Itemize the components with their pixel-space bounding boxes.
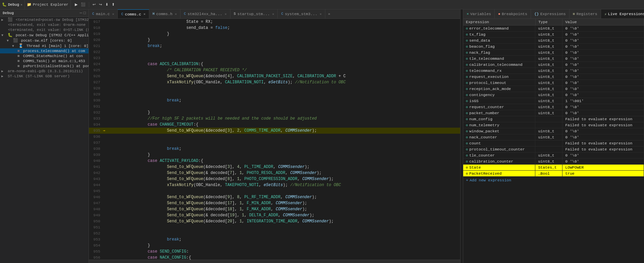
var-value-cell: 0 '\0' — [562, 159, 644, 165]
var-icon: ⊙ — [466, 63, 468, 67]
expand-icon: ▼ — [1, 34, 5, 37]
s-file-icon: S — [234, 12, 236, 16]
tree-label-10: ST-LINK (ST-LINK GDB server) — [8, 74, 70, 78]
tab-comms-h[interactable]: H comms.h ✕ — [149, 9, 180, 18]
tab-live-expressions[interactable]: ⚡ Live Expressions — [601, 9, 644, 18]
toolbar-stepreturn-btn[interactable]: ⬆ — [110, 2, 116, 7]
tree-item-comms-statemachine[interactable]: ≡ COMMS_StateMachine() at con — [0, 53, 89, 58]
stack-icon-4: ≡ — [17, 64, 20, 68]
code-line-922: 922 — [89, 49, 460, 55]
code-line-921: 921 break; — [89, 43, 460, 49]
code-line-939: 939 } — [89, 152, 460, 158]
table-row: ⊙PacketReceived_Booltrue — [463, 171, 644, 177]
right-tab-bar: × Variables ● Breakpoints {} Expressions… — [463, 9, 644, 19]
tab-registers[interactable]: ≡ Registers — [570, 9, 601, 18]
tab-close-main-c[interactable]: ✕ — [112, 12, 114, 16]
debug-tab-label[interactable]: Debug — [8, 3, 19, 7]
var-type-cell: uint8_t — [535, 26, 562, 32]
tree-item-process-telecommand[interactable]: ≡ process_telecommand() at com — [0, 48, 89, 53]
tab-variables[interactable]: × Variables — [463, 9, 495, 18]
var-icon: ⊙ — [466, 51, 468, 55]
var-name-cell: ⊙request_execution — [463, 74, 535, 80]
horizontal-scrollbar[interactable] — [89, 260, 460, 263]
tree-item-px-port[interactable]: ≡ pxPortInitialiseStack() at port.c: — [0, 63, 89, 69]
toolbar-resume-btn[interactable]: ▶ — [73, 2, 79, 7]
tree-item-thread[interactable]: ▼ 🧵 Thread #1 [main] 1 [core: 0] (Susp — [0, 43, 89, 48]
var-name: count — [469, 141, 481, 145]
tab-comms-c[interactable]: C comms.c ✕ — [118, 9, 149, 18]
var-name: calibration_counter — [469, 159, 513, 164]
var-name: tle_counter — [469, 153, 495, 158]
col-type: Type — [535, 19, 562, 26]
table-row: ⊙error_telecommanduint8_t0 '\0' — [463, 26, 644, 32]
tab-startup[interactable]: S startup_stm... ✕ — [230, 9, 278, 18]
tab-close-stm32[interactable]: ✕ — [225, 12, 227, 16]
var-type-cell: uint8_t — [535, 159, 562, 165]
tree-label: <terminated, exit value: 0>ST-LINK (S — [8, 28, 89, 32]
tab-close-system[interactable]: ✕ — [320, 12, 322, 16]
project-explorer-tab-section[interactable]: 📁 Project Explorer — [25, 0, 71, 9]
tree-label-7: COMMS_Task() at main.c:1,453 — [23, 59, 85, 63]
var-type-cell — [535, 122, 562, 128]
tab-main-c[interactable]: C main.c ✕ — [89, 9, 118, 18]
table-row: ⊙beacon_flaguint8_t0 '\0' — [463, 44, 644, 50]
var-name-cell: ⊙State — [463, 165, 535, 170]
table-row: ⊙telecommand_rxuint8_t0 '\0' — [463, 68, 644, 74]
add-expression-row[interactable]: + Add new expression — [463, 177, 644, 184]
tab-label-variables: Variables — [470, 12, 491, 16]
bug-icon: 🐛 — [2, 2, 7, 7]
tab-breakpoints[interactable]: ● Breakpoints — [495, 9, 531, 18]
minimize-icon[interactable]: — — [80, 11, 82, 15]
debug-tab-section[interactable]: 🐛 Debug ✕ — [0, 0, 25, 9]
project-explorer-label[interactable]: Project Explorer — [33, 3, 68, 7]
tab-close-comms-c[interactable]: ✕ — [144, 12, 146, 16]
tree-item-pocat-debug[interactable]: ▼ 🐛 pocat-sw Debug [STM32 C/C++ Applica — [0, 32, 89, 38]
var-name-cell: ⊙calibration_counter — [463, 159, 535, 164]
var-type-cell: uint8_t — [535, 80, 562, 86]
tab-close-startup[interactable]: ✕ — [272, 12, 274, 16]
tab-stm32l4xx[interactable]: C stm32l4xx_ha... ✕ — [180, 9, 230, 18]
code-editor[interactable]: 917 State = RX; 918 send_data = false; 9… — [89, 19, 460, 260]
var-name: protocol_timeout — [469, 81, 506, 85]
tree-item-arm-gdb[interactable]: ▶ arm-none-eabi-gdb (8.3.1.20191211) — [0, 69, 89, 74]
minimap — [460, 9, 463, 263]
tree-item-terminated-1[interactable]: ▶ ⬛ <terminated>pocat-sw Debug [STM32 C — [0, 17, 89, 22]
toolbar-stepover-btn[interactable]: ↩ — [91, 2, 97, 7]
tree-label: <terminated, exit value: 0>arm-none — [8, 23, 86, 27]
var-type-cell: _Bool — [535, 171, 562, 177]
tree-item-stlink[interactable]: ▶ ST-LINK (ST-LINK GDB server) — [0, 74, 89, 79]
var-icon: ⊙ — [466, 45, 468, 49]
tab-label-breakpoints: Breakpoints — [502, 12, 527, 16]
var-type-cell: uint8_t — [535, 44, 562, 50]
tree-item-comms-task[interactable]: ≡ COMMS_Task() at main.c:1,453 — [0, 58, 89, 63]
var-value-cell: 0 '\0' — [562, 92, 644, 98]
var-type-cell: uint8_t — [535, 50, 562, 56]
tab-close-comms-h[interactable]: ✕ — [175, 12, 177, 16]
toolbar-stop-btn[interactable]: ⬛ — [79, 2, 87, 7]
tab-system-stm3[interactable]: C system_stm3... ✕ — [278, 9, 325, 18]
var-name-cell: ⊙contingency — [463, 92, 535, 98]
var-icon: ⊙ — [466, 123, 468, 127]
code-line-945: 945 — [89, 188, 460, 194]
tab-expressions[interactable]: {} Expressions — [531, 9, 570, 18]
debug-panel-label: Debug — [3, 11, 14, 15]
tree-item-elf[interactable]: ▼ ⬛ pocat-sw.elf [cores: 0] — [0, 38, 89, 43]
c-file-icon-4: C — [281, 12, 283, 16]
tree-item-terminated-arm[interactable]: <terminated, exit value: 0>arm-none — [0, 22, 89, 27]
debug-close-icon[interactable]: ✕ — [20, 3, 22, 7]
var-name-cell: ⊙protocol_timeout — [463, 80, 535, 86]
var-name: window_packet — [469, 129, 499, 133]
toolbar-buttons: ▶ ⬛ ↩ ↪ ⬇ ⬆ — [71, 2, 119, 7]
var-type-cell: uint8_t — [535, 134, 562, 140]
toolbar-stepinto-btn[interactable]: ↪ — [98, 2, 103, 7]
tab-label-stm32: stm32l4xx_ha... — [187, 12, 222, 16]
code-line-927: 927 xTaskNotify(OBC_Handle, CALIBRATION_… — [89, 79, 460, 85]
var-value-cell: 0 '\0' — [562, 86, 644, 92]
tab-overflow-btn[interactable]: » — [325, 12, 333, 16]
variables-table-container[interactable]: Expression Type Value ⊙error_telecommand… — [463, 19, 644, 263]
toolbar-stepout-btn[interactable]: ⬇ — [104, 2, 110, 7]
var-type-cell: uint8_t — [535, 104, 562, 110]
var-icon: ⊙ — [466, 147, 468, 151]
tree-item-terminated-stlink[interactable]: <terminated, exit value: 0>ST-LINK (S — [0, 27, 89, 32]
maximize-icon[interactable]: □ — [84, 11, 86, 15]
